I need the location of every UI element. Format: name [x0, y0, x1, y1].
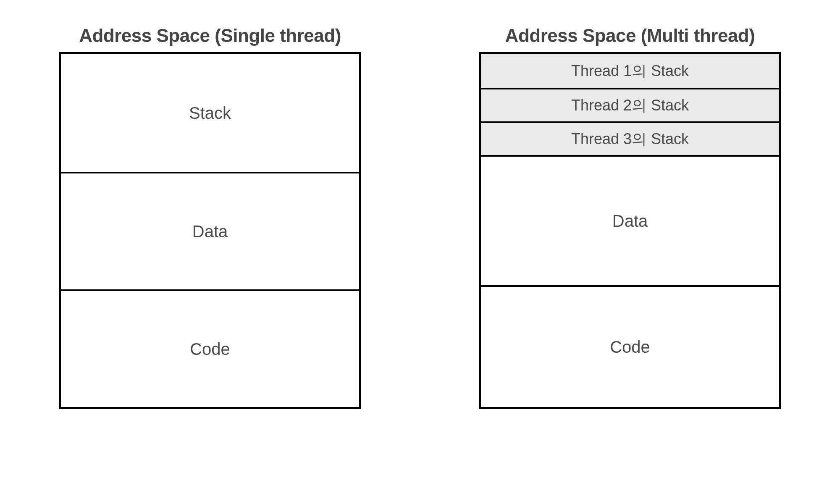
multi-thread-diagram: Address Space (Multi thread) Thread 1의 S…: [479, 25, 781, 409]
thread-2-stack-segment: Thread 2의 Stack: [481, 88, 779, 121]
single-data-segment: Data: [61, 172, 359, 289]
multi-data-segment: Data: [481, 155, 779, 285]
thread-1-stack-segment: Thread 1의 Stack: [481, 54, 779, 88]
thread-3-stack-segment: Thread 3의 Stack: [481, 121, 779, 155]
single-thread-box: Stack Data Code: [59, 52, 361, 409]
single-code-segment: Code: [61, 289, 359, 407]
multi-thread-box: Thread 1의 Stack Thread 2의 Stack Thread 3…: [479, 52, 781, 409]
single-stack-segment: Stack: [61, 54, 359, 172]
multi-thread-title: Address Space (Multi thread): [505, 25, 755, 46]
multi-code-segment: Code: [481, 285, 779, 407]
single-thread-title: Address Space (Single thread): [79, 25, 341, 46]
single-thread-diagram: Address Space (Single thread) Stack Data…: [59, 25, 361, 409]
